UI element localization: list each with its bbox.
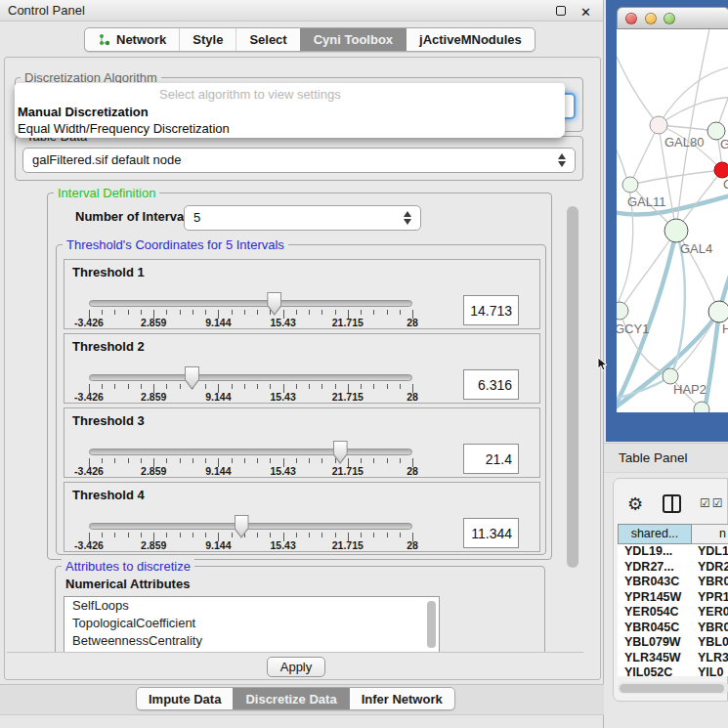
minimize-traffic-light-icon[interactable] <box>645 13 657 24</box>
columns-icon[interactable] <box>663 494 681 513</box>
hscroll-thumb[interactable] <box>620 684 724 693</box>
table-row[interactable]: YPR145WYPR1 <box>618 590 728 606</box>
table-header-row: shared... n <box>618 524 728 544</box>
network-node-gal80[interactable] <box>650 116 667 134</box>
cell-name: YLR3 <box>698 651 728 666</box>
tab-impute-data[interactable]: Impute Data <box>137 688 233 709</box>
cell-shared-name: YDR27... <box>624 560 674 576</box>
dropdown-option-equal-width[interactable]: Equal Width/Frequency Discretization <box>15 120 565 138</box>
tab-label: Network <box>116 32 166 47</box>
tab-select[interactable]: Select <box>236 28 299 51</box>
network-graph: GAL80GACGAL11GAL4GCY1HHAP2 <box>617 29 728 412</box>
attribute-list-item[interactable]: BetweennessCentrality <box>64 632 439 650</box>
table-panel-header: Table Panel <box>604 443 728 473</box>
tab-cyni-toolbox[interactable]: Cyni Toolbox <box>300 28 406 51</box>
network-node-c[interactable] <box>714 162 728 178</box>
cell-shared-name: YBR043C <box>624 575 679 590</box>
tab-network[interactable]: Network <box>85 28 179 51</box>
network-edge[interactable] <box>659 66 728 125</box>
network-node-gcy1[interactable] <box>617 302 628 320</box>
attribute-list-item[interactable]: SelfLoops <box>64 597 439 615</box>
settings-scroll-region: Interval Definition Number of Intervals … <box>11 185 568 652</box>
network-node-gal11[interactable] <box>622 177 638 193</box>
threshold-value-input[interactable] <box>463 444 519 474</box>
tab-label: Cyni Toolbox <box>314 32 393 47</box>
network-edge[interactable] <box>617 137 633 318</box>
node-label: GA <box>720 137 728 151</box>
cell-name: YBR0 <box>698 575 728 590</box>
table-row[interactable]: YDR27...YDR2 <box>618 560 728 576</box>
column-header-name[interactable]: n <box>692 524 728 544</box>
table-horizontal-scrollbar[interactable] <box>618 682 728 694</box>
cell-shared-name: YPR145W <box>624 590 681 606</box>
number-of-intervals-combobox[interactable]: 5 <box>184 205 421 231</box>
cell-name: YBR0 <box>698 621 728 636</box>
threshold-panel-3: Threshold 3-3.4262.8599.14415.4321.71528 <box>64 407 540 478</box>
threshold-value-input[interactable] <box>463 295 519 325</box>
right-column: GAL80GACGAL11GAL4GCY1HHAP2 Table Panel ⚙… <box>604 0 728 728</box>
network-window-titlebar[interactable] <box>617 7 728 29</box>
table-row[interactable]: YBL079WYBL0 <box>618 635 728 651</box>
network-node-h[interactable] <box>708 301 728 322</box>
network-edge[interactable] <box>630 170 722 185</box>
gear-icon[interactable]: ⚙ <box>627 493 643 515</box>
cell-shared-name: YIL052C <box>624 665 672 676</box>
numerical-attributes-list[interactable]: SelfLoopsTopologicalCoefficientBetweenne… <box>64 596 440 652</box>
tab-style[interactable]: Style <box>179 28 236 51</box>
apply-button[interactable]: Apply <box>267 657 325 677</box>
table-row[interactable]: YBR045CYBR0 <box>618 621 728 636</box>
tab-discretize-data[interactable]: Discretize Data <box>233 688 348 709</box>
select-columns-checkboxes-icon[interactable]: ☑☑ <box>700 496 725 510</box>
cell-shared-name: YBL079W <box>624 635 681 651</box>
window-title: Control Panel <box>8 3 85 18</box>
control-panel-titlebar: Control Panel ✕ <box>0 0 603 21</box>
cell-name: YER0 <box>698 605 728 621</box>
node-label: HAP2 <box>673 382 707 397</box>
network-view-frame[interactable]: GAL80GACGAL11GAL4GCY1HHAP2 <box>606 0 728 442</box>
column-header-shared-name[interactable]: shared... <box>618 524 692 544</box>
combo-arrows-icon <box>558 152 567 168</box>
close-traffic-light-icon[interactable] <box>625 13 637 24</box>
network-edge[interactable] <box>617 57 659 125</box>
network-canvas[interactable]: GAL80GACGAL11GAL4GCY1HHAP2 <box>617 29 728 412</box>
attributes-list-scrollbar[interactable] <box>427 601 436 648</box>
tab-label: Select <box>249 32 286 47</box>
tab-label: Impute Data <box>149 692 221 707</box>
cell-shared-name: YDL19... <box>624 544 672 560</box>
tab-label: Infer Network <box>362 692 443 707</box>
network-icon <box>98 33 110 46</box>
network-node-gal4[interactable] <box>664 219 688 242</box>
table-data-value: galFiltered.sif default node <box>32 152 181 167</box>
attribute-list-item[interactable]: TopologicalCoefficient <box>64 615 439 632</box>
table-data-combobox[interactable]: galFiltered.sif default node <box>22 148 576 173</box>
content-vertical-scrollbar[interactable] <box>567 206 578 568</box>
table-row[interactable]: YDL19...YDL1 <box>618 544 728 560</box>
network-edge[interactable] <box>630 125 659 185</box>
attributes-group-title: Attributes to discretize <box>62 559 194 574</box>
combo-arrows-icon <box>404 210 412 226</box>
cyni-bottom-tab-bar: Impute DataDiscretize DataInfer Network <box>136 687 455 710</box>
tab-label: jActiveMNodules <box>419 32 522 47</box>
threshold-value-input[interactable] <box>463 369 519 400</box>
cyni-toolbox-content: Discretization Algorithm Select algorith… <box>4 57 601 680</box>
maximize-traffic-light-icon[interactable] <box>664 13 675 24</box>
screenshot-stage: Control Panel ✕ NetworkStyleSelectCyni T… <box>0 0 728 728</box>
dropdown-option-manual[interactable]: Manual Discretization <box>15 104 565 121</box>
thresholds-group-title: Threshold's Coordinates for 5 Intervals <box>63 237 288 252</box>
tab-infer-network[interactable]: Infer Network <box>349 688 454 709</box>
table-body[interactable]: YDL19...YDL1YDR27...YDR2YBR043CYBR0YPR14… <box>618 544 728 676</box>
float-window-icon[interactable] <box>556 6 566 16</box>
table-row[interactable]: YER054CYER0 <box>618 605 728 621</box>
node-label: GAL11 <box>627 194 666 209</box>
table-row[interactable]: YLR345WYLR3 <box>618 651 728 666</box>
network-node[interactable] <box>694 402 709 412</box>
table-row[interactable]: YIL052CYIL0 <box>618 665 728 676</box>
tab-jactivemnodules[interactable]: jActiveMNodules <box>406 28 535 51</box>
threshold-value-input[interactable] <box>463 518 519 548</box>
cell-name: YPR1 <box>698 590 728 606</box>
close-icon[interactable]: ✕ <box>580 2 591 22</box>
table-row[interactable]: YBR043CYBR0 <box>618 575 728 590</box>
interval-group-title: Interval Definition <box>54 186 159 200</box>
threshold-panel-4: Threshold 4-3.4262.8599.14415.4321.71528 <box>64 482 540 552</box>
cell-name: YIL0 <box>698 665 723 676</box>
